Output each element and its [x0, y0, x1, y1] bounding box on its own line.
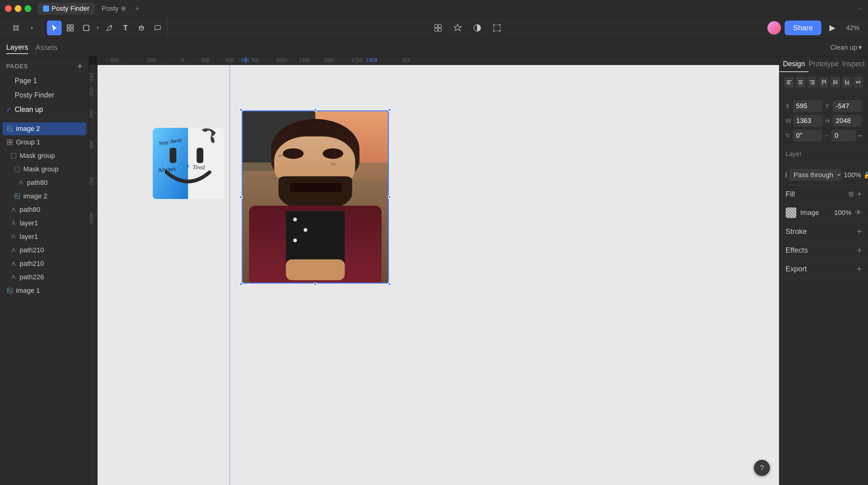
- page-item-page1[interactable]: ✓ Page 1: [0, 73, 89, 88]
- share-button[interactable]: Share: [784, 21, 822, 35]
- layer-path226[interactable]: path226: [2, 271, 86, 284]
- layer-label: path80: [20, 206, 40, 214]
- layer-path210-2[interactable]: path210: [2, 257, 86, 270]
- page-item-cleanup[interactable]: ✓ Clean up: [0, 102, 89, 117]
- assets-tab[interactable]: Assets: [36, 41, 58, 54]
- vector-layer-icon: [10, 220, 17, 227]
- align-middle-v-button[interactable]: [830, 77, 840, 88]
- layer-group1[interactable]: Group 1: [2, 136, 86, 149]
- page-item-label: Posty Finder: [15, 91, 54, 99]
- fill-opacity-value: 100%: [834, 209, 851, 217]
- plugins-button[interactable]: [450, 21, 465, 35]
- add-effects-button[interactable]: +: [857, 245, 862, 255]
- svg-rect-76: [799, 82, 802, 83]
- maximize-button[interactable]: [25, 5, 31, 12]
- help-button[interactable]: ?: [754, 460, 770, 476]
- add-tab-button[interactable]: +: [133, 3, 142, 14]
- align-center-h-button[interactable]: [796, 77, 806, 88]
- distribute-h-button[interactable]: [853, 77, 863, 88]
- tab-prototype[interactable]: Prototype: [808, 56, 839, 72]
- zoom-level[interactable]: 42%: [843, 24, 862, 32]
- select-tool-button[interactable]: [47, 21, 62, 35]
- pages-title: Pages: [6, 63, 28, 70]
- svg-rect-75: [798, 80, 803, 81]
- play-button[interactable]: ▶: [825, 21, 840, 35]
- align-top-button[interactable]: [819, 77, 829, 88]
- h-input[interactable]: [833, 115, 862, 127]
- svg-text:-547: -547: [89, 72, 94, 82]
- contrast-button[interactable]: [470, 21, 485, 35]
- svg-text:0: 0: [181, 58, 184, 63]
- fill-swatch[interactable]: [785, 207, 797, 218]
- svg-rect-8: [435, 28, 438, 31]
- hand-tool-button[interactable]: [134, 21, 149, 35]
- layer-image1[interactable]: image 1: [2, 284, 86, 297]
- toolbar-center: [170, 21, 765, 35]
- layer-layer1-1[interactable]: layer1: [2, 217, 86, 230]
- blend-mode-select[interactable]: Pass through: [789, 169, 841, 181]
- rotation-input[interactable]: [793, 130, 822, 141]
- layer-label: image 2: [23, 192, 47, 200]
- layer-mask-group-1[interactable]: Mask group: [2, 149, 86, 162]
- components-button[interactable]: [431, 21, 445, 35]
- w-input[interactable]: [793, 115, 822, 127]
- layer-image2[interactable]: image 2: [2, 122, 86, 135]
- tab-posty-finder[interactable]: Posty Finder: [37, 3, 95, 14]
- crop-button[interactable]: [490, 21, 504, 35]
- tab-inspect[interactable]: Inspect: [839, 56, 868, 72]
- layer-path80-2[interactable]: path80: [2, 203, 86, 216]
- canvas[interactable]: Stay Away Always Tired: [97, 65, 779, 485]
- close-button[interactable]: [5, 5, 12, 12]
- align-right-button[interactable]: [807, 77, 817, 88]
- shape-tool-button[interactable]: [79, 21, 94, 35]
- vector-layer-icon: [10, 273, 17, 281]
- tab-posty[interactable]: Posty ×: [96, 3, 131, 14]
- svg-point-12: [493, 24, 494, 26]
- svg-text:-500: -500: [109, 58, 119, 63]
- fill-grid-icon[interactable]: ⊞: [848, 190, 854, 198]
- add-stroke-button[interactable]: +: [857, 227, 862, 236]
- minimize-button[interactable]: [15, 5, 22, 12]
- fill-visibility-icon[interactable]: 👁: [855, 209, 862, 217]
- blend-circle-icon: [785, 172, 787, 178]
- coord-x: X: [785, 100, 822, 112]
- layers-tab[interactable]: Layers: [6, 41, 28, 54]
- svg-text:1958: 1958: [366, 58, 377, 63]
- layer-mask-group-2[interactable]: Mask group: [2, 163, 86, 176]
- home-button[interactable]: [8, 21, 23, 35]
- comment-tool-button[interactable]: [150, 21, 165, 35]
- add-export-button[interactable]: +: [857, 264, 862, 274]
- corner-expand-icon[interactable]: ⇔: [858, 133, 862, 138]
- svg-rect-67: [196, 148, 203, 163]
- tool-group-selection: ▾ T: [44, 17, 167, 38]
- fill-row: Image 100% 👁: [779, 203, 868, 222]
- layer-layer1-2[interactable]: layer1: [2, 230, 86, 243]
- svg-rect-92: [859, 81, 860, 84]
- layer-path80-1[interactable]: path80: [2, 176, 86, 189]
- ruler-side: -547 -250 250 500 750 1000: [89, 65, 97, 485]
- shape-dropdown-icon[interactable]: ▾: [95, 21, 101, 35]
- y-input[interactable]: [833, 100, 862, 112]
- add-fill-button[interactable]: +: [857, 189, 862, 199]
- layer-label: layer1: [20, 233, 38, 241]
- align-left-button[interactable]: [784, 77, 794, 88]
- layer-image2-child[interactable]: image 2: [2, 190, 86, 203]
- photo-frame: Away Tired Always: [242, 110, 389, 284]
- corner-input[interactable]: [832, 130, 856, 141]
- cleanup-dropdown[interactable]: Clean up ▾: [830, 43, 862, 52]
- pen-tool-button[interactable]: [102, 21, 117, 35]
- tab-design[interactable]: Design: [779, 56, 808, 72]
- layer-label: image 2: [16, 125, 40, 133]
- add-page-button[interactable]: +: [77, 61, 83, 71]
- x-input[interactable]: [793, 100, 822, 112]
- lock-icon[interactable]: 🔒: [863, 171, 868, 179]
- align-bottom-button[interactable]: [842, 77, 852, 88]
- frame-tool-button[interactable]: [63, 21, 78, 35]
- tab-close-icon[interactable]: ×: [121, 6, 126, 11]
- page-item-posty-finder[interactable]: ✓ Posty Finder: [0, 88, 89, 102]
- text-tool-button[interactable]: T: [118, 21, 133, 35]
- svg-text:250: 250: [201, 58, 210, 63]
- layer-title: Layer: [785, 150, 802, 158]
- layer-path210-1[interactable]: path210: [2, 244, 86, 257]
- chevron-down-icon[interactable]: ▾: [25, 21, 39, 35]
